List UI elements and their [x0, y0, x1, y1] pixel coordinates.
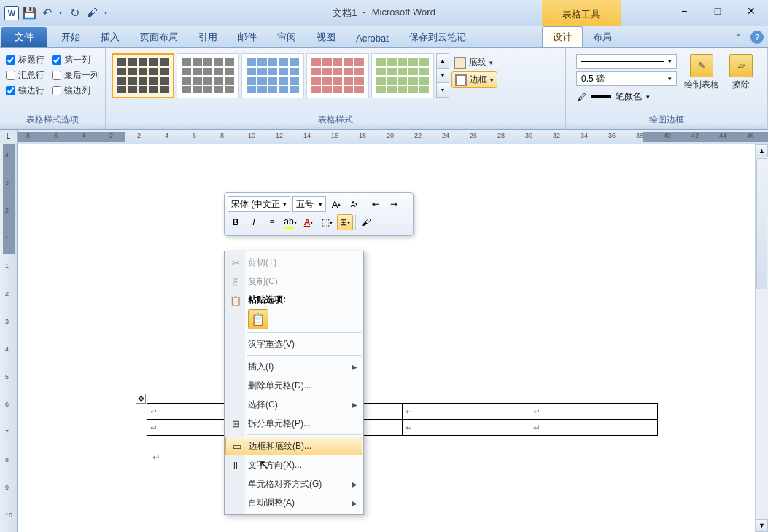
- paste-option-button[interactable]: 📋: [248, 309, 268, 329]
- pen-color-button[interactable]: 🖊笔颜色▾: [576, 89, 677, 104]
- pencil-table-icon: ✎: [690, 54, 713, 77]
- doc-name: 文档1: [333, 7, 357, 20]
- chk-first-col[interactable]: 第一列: [52, 54, 99, 66]
- undo-dropdown[interactable]: ▾: [57, 6, 64, 20]
- shading-button[interactable]: 底纹▾: [451, 55, 497, 70]
- mini-toolbar: 宋体 (中文正▾ 五号▾ A▴ A▾ ⇤ ⇥ B I ≡ ab▾ A▾ ⬚▾ ⊞…: [224, 192, 414, 236]
- tab-page-layout[interactable]: 页面布局: [130, 27, 188, 47]
- shrink-font-button[interactable]: A▾: [346, 196, 362, 212]
- help-button[interactable]: ?: [750, 31, 764, 44]
- menu-delete-cells[interactable]: 删除单元格(D)...: [225, 376, 363, 395]
- mini-font-select[interactable]: 宋体 (中文正▾: [228, 196, 290, 212]
- undo-button[interactable]: ↶: [39, 6, 54, 20]
- highlight-button[interactable]: ab▾: [282, 214, 298, 230]
- copy-icon: ⎘: [229, 275, 242, 288]
- menu-cut[interactable]: ✂剪切(T): [225, 253, 363, 272]
- line-style-select[interactable]: ▾: [576, 54, 677, 69]
- vertical-ruler[interactable]: 4321123456789101112131415: [0, 144, 18, 532]
- paragraph-mark: ↵: [152, 452, 160, 463]
- group-table-styles: ▲ ▼ ▾ 底纹▾ 边框▾ 表格样式: [106, 48, 566, 129]
- table-cell[interactable]: ↵: [403, 404, 530, 420]
- tab-table-layout[interactable]: 布局: [583, 27, 622, 47]
- line-weight-select[interactable]: 0.5 磅▾: [576, 71, 677, 86]
- table-cell[interactable]: ↵: [530, 420, 658, 436]
- ruler-corner[interactable]: L: [0, 130, 18, 144]
- close-button[interactable]: ✕: [734, 0, 768, 22]
- menu-borders-shading[interactable]: ▭边框和底纹(B)...: [225, 437, 362, 455]
- center-button[interactable]: ≡: [264, 214, 280, 230]
- window-controls: − □ ✕: [667, 0, 768, 22]
- menu-split-cells[interactable]: ⊞拆分单元格(P)...: [225, 414, 363, 433]
- style-item-2[interactable]: [177, 53, 239, 98]
- table-move-handle[interactable]: ✥: [136, 394, 146, 404]
- gallery-up[interactable]: ▲: [437, 54, 449, 69]
- tab-review[interactable]: 审阅: [267, 27, 306, 47]
- minimize-button[interactable]: −: [667, 0, 701, 22]
- menu-insert[interactable]: 插入(I)▶: [225, 357, 363, 376]
- tab-design[interactable]: 设计: [542, 26, 583, 47]
- context-menu: ✂剪切(T) ⎘复制(C) 📋粘贴选项: 📋 汉字重选(V) 插入(I)▶ 删除…: [224, 251, 364, 515]
- shading-mini-button[interactable]: ⬚▾: [319, 214, 335, 230]
- scroll-up[interactable]: ▲: [756, 144, 768, 157]
- menu-select[interactable]: 选择(C)▶: [225, 395, 363, 414]
- tab-acrobat[interactable]: Acrobat: [346, 29, 399, 47]
- table-cell[interactable]: ↵: [403, 420, 530, 436]
- tab-mail[interactable]: 邮件: [228, 27, 267, 47]
- tab-insert[interactable]: 插入: [90, 27, 130, 47]
- gallery-down[interactable]: ▼: [437, 69, 449, 83]
- border-mini-button[interactable]: ⊞▾: [337, 214, 353, 230]
- menu-text-direction[interactable]: ll文字方向(X)...: [225, 455, 363, 474]
- tab-cloud-save[interactable]: 保存到云笔记: [399, 27, 476, 47]
- gallery-more[interactable]: ▾: [437, 83, 449, 98]
- tab-view[interactable]: 视图: [306, 27, 346, 47]
- mini-size-select[interactable]: 五号▾: [292, 196, 326, 212]
- table-cell[interactable]: ↵: [530, 404, 658, 420]
- menu-autofit[interactable]: 自动调整(A)▶: [225, 493, 363, 512]
- menu-copy[interactable]: ⎘复制(C): [225, 272, 363, 291]
- scroll-thumb[interactable]: [756, 158, 767, 289]
- word-icon[interactable]: W: [4, 6, 19, 20]
- submenu-arrow-icon: ▶: [352, 499, 357, 507]
- ribbon: 标题行 第一列 汇总行 最后一列 镶边行 镶边列 表格样式选项 ▲ ▼ ▾: [0, 48, 768, 130]
- vertical-scrollbar: ▲ ▼: [755, 144, 768, 532]
- style-item-4[interactable]: [306, 53, 369, 98]
- borders-button[interactable]: 边框▾: [451, 71, 497, 88]
- tab-references[interactable]: 引用: [188, 27, 228, 47]
- group-label: 表格样式选项: [6, 112, 99, 128]
- italic-button[interactable]: I: [246, 214, 262, 230]
- save-button[interactable]: 💾: [22, 6, 36, 20]
- qat-customize[interactable]: ▾: [102, 6, 109, 20]
- scroll-down[interactable]: ▼: [756, 519, 768, 532]
- styles-gallery: ▲ ▼ ▾ 底纹▾ 边框▾: [112, 51, 497, 98]
- chk-banded-col[interactable]: 镶边列: [52, 85, 99, 97]
- style-item-5[interactable]: [371, 53, 434, 98]
- horizontal-ruler[interactable]: L 86422468101214161820222426283032343638…: [0, 130, 768, 144]
- tab-home[interactable]: 开始: [51, 27, 90, 47]
- text-dir-icon: ll: [229, 458, 242, 472]
- font-color-button[interactable]: A▾: [300, 214, 317, 230]
- tab-file[interactable]: 文件: [1, 27, 47, 47]
- chk-last-col[interactable]: 最后一列: [52, 69, 99, 82]
- style-item-3[interactable]: [241, 53, 304, 98]
- decrease-indent-button[interactable]: ⇤: [368, 196, 384, 212]
- chk-banded-row[interactable]: 镶边行: [6, 85, 44, 97]
- chk-total-row[interactable]: 汇总行: [6, 69, 44, 82]
- group-label: 表格样式: [112, 112, 559, 128]
- borders-icon: ▭: [230, 439, 244, 453]
- bold-button[interactable]: B: [228, 214, 244, 230]
- draw-table-button[interactable]: ✎绘制表格: [684, 54, 719, 91]
- grow-font-button[interactable]: A▴: [328, 196, 344, 212]
- redo-button[interactable]: ↻: [67, 6, 82, 20]
- format-painter-mini[interactable]: 🖌: [358, 214, 374, 230]
- menu-cell-align[interactable]: 单元格对齐方式(G)▶: [225, 474, 363, 493]
- menu-reconvert[interactable]: 汉字重选(V): [225, 335, 363, 353]
- chk-header-row[interactable]: 标题行: [6, 54, 44, 66]
- minimize-ribbon-button[interactable]: ⌃: [732, 31, 745, 44]
- increase-indent-button[interactable]: ⇥: [386, 196, 402, 212]
- format-painter-button[interactable]: 🖌: [85, 6, 99, 20]
- maximize-button[interactable]: □: [701, 0, 734, 22]
- window-title: 文档1 - Microsoft Word: [333, 7, 435, 20]
- eraser-button[interactable]: ▱擦除: [724, 54, 759, 91]
- eraser-icon: ▱: [729, 54, 753, 77]
- style-item-1[interactable]: [112, 53, 174, 98]
